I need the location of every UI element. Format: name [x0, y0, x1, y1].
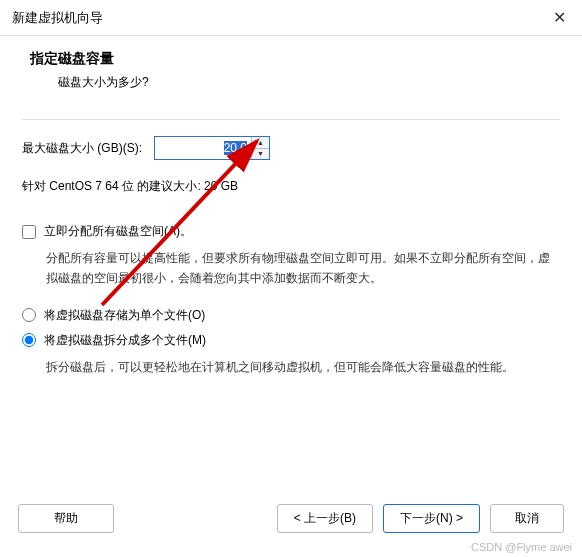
spinner-down-icon[interactable]: ▼: [252, 149, 269, 160]
next-button[interactable]: 下一步(N) >: [383, 504, 480, 533]
allocate-checkbox-row[interactable]: 立即分配所有磁盘空间(A)。: [22, 223, 560, 240]
max-disk-input[interactable]: [155, 137, 251, 159]
page-subtitle: 磁盘大小为多少?: [58, 74, 562, 91]
window-title: 新建虚拟机向导: [12, 9, 103, 27]
separator: [22, 119, 560, 120]
allocate-label: 立即分配所有磁盘空间(A)。: [44, 223, 192, 240]
wizard-header: 指定磁盘容量 磁盘大小为多少?: [0, 36, 582, 101]
titlebar: 新建虚拟机向导 ✕: [0, 0, 582, 36]
allocate-desc: 分配所有容量可以提高性能，但要求所有物理磁盘空间立即可用。如果不立即分配所有空间…: [46, 248, 560, 289]
cancel-button[interactable]: 取消: [490, 504, 564, 533]
watermark: CSDN @Flyme awei: [471, 541, 572, 553]
split-single-row[interactable]: 将虚拟磁盘存储为单个文件(O): [22, 307, 560, 324]
max-disk-row: 最大磁盘大小 (GB)(S): ▲ ▼: [22, 136, 560, 160]
split-radios: 将虚拟磁盘存储为单个文件(O) 将虚拟磁盘拆分成多个文件(M) 拆分磁盘后，可以…: [22, 307, 560, 377]
spinner-up-icon[interactable]: ▲: [252, 137, 269, 149]
split-single-label: 将虚拟磁盘存储为单个文件(O): [44, 307, 205, 324]
recommend-text: 针对 CentOS 7 64 位 的建议大小: 20 GB: [22, 178, 560, 195]
help-button[interactable]: 帮助: [18, 504, 114, 533]
page-title: 指定磁盘容量: [30, 50, 562, 68]
split-multi-row[interactable]: 将虚拟磁盘拆分成多个文件(M): [22, 332, 560, 349]
back-button[interactable]: < 上一步(B): [277, 504, 373, 533]
split-single-radio[interactable]: [22, 308, 36, 322]
max-disk-spinner[interactable]: ▲ ▼: [154, 136, 270, 160]
max-disk-label: 最大磁盘大小 (GB)(S):: [22, 140, 142, 157]
footer: 帮助 < 上一步(B) 下一步(N) > 取消: [0, 504, 582, 533]
split-multi-desc: 拆分磁盘后，可以更轻松地在计算机之间移动虚拟机，但可能会降低大容量磁盘的性能。: [46, 357, 560, 377]
spinner-buttons: ▲ ▼: [251, 137, 269, 159]
split-multi-radio[interactable]: [22, 333, 36, 347]
content: 最大磁盘大小 (GB)(S): ▲ ▼ 针对 CentOS 7 64 位 的建议…: [0, 101, 582, 377]
close-icon[interactable]: ✕: [547, 8, 572, 27]
split-multi-label: 将虚拟磁盘拆分成多个文件(M): [44, 332, 206, 349]
allocate-checkbox[interactable]: [22, 225, 36, 239]
